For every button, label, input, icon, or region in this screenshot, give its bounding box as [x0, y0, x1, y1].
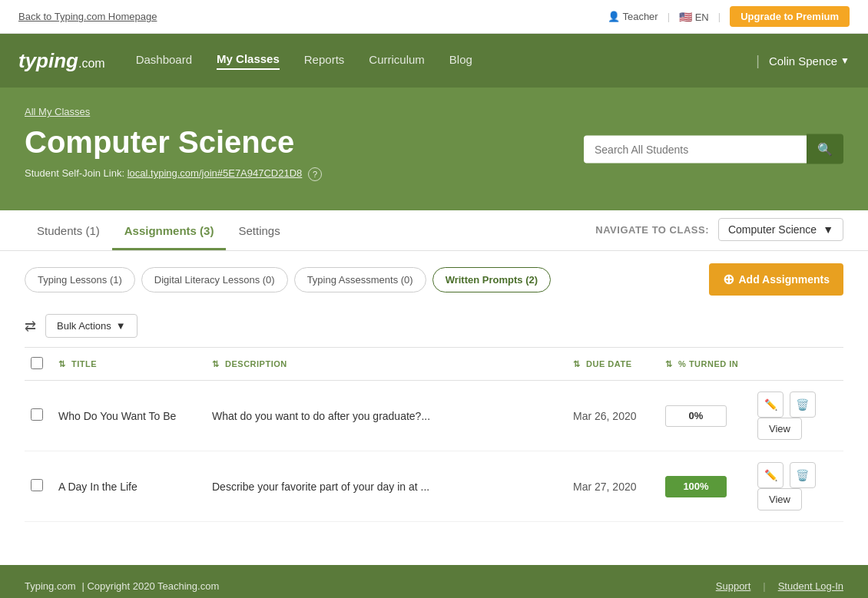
language-selector[interactable]: 🇺🇸 EN — [679, 11, 709, 23]
bulk-actions-button[interactable]: Bulk Actions ▼ — [45, 314, 137, 338]
student-join-link-section: Student Self-Join Link: local.typing.com… — [25, 167, 843, 181]
edit-button[interactable]: ✏️ — [757, 392, 784, 418]
divider-1: | — [668, 11, 670, 22]
tabs-right: NAVIGATE TO CLASS: Computer Science ▼ — [595, 218, 843, 250]
support-link[interactable]: Support — [716, 580, 751, 592]
class-selector-value: Computer Science — [728, 223, 817, 236]
sub-tab-digital-literacy[interactable]: Digital Literacy Lessons (0) — [141, 267, 288, 292]
footer: Typing.com | Copyright 2020 Teaching.com… — [0, 565, 868, 598]
user-name: Colin Spence — [769, 55, 837, 68]
breadcrumb-link[interactable]: All My Classes — [25, 106, 90, 117]
add-assignments-label: Add Assignments — [739, 273, 830, 286]
nav-my-classes[interactable]: My Classes — [217, 52, 280, 70]
breadcrumb: All My Classes — [25, 106, 843, 117]
flag-icon: 🇺🇸 — [679, 11, 692, 23]
nav-divider: | — [756, 53, 760, 69]
navigate-label: NAVIGATE TO CLASS: — [595, 224, 709, 236]
select-all-checkbox[interactable] — [31, 357, 43, 369]
row-title: A Day In the Life — [52, 451, 206, 522]
table-row: A Day In the Life Describe your favorite… — [25, 451, 843, 522]
row-checkbox-cell — [25, 381, 52, 451]
row-percent: 100% — [659, 451, 751, 522]
tabs-section: Students (1) Assignments (3) Settings NA… — [0, 210, 868, 251]
row-checkbox-cell — [25, 451, 52, 522]
footer-left: Typing.com | Copyright 2020 Teaching.com — [25, 580, 219, 592]
chevron-down-icon: ▼ — [823, 223, 833, 236]
row-actions: ✏️ 🗑️ View — [751, 451, 843, 522]
logo-typing: typing — [18, 49, 78, 73]
footer-copyright: | Copyright 2020 Teaching.com — [81, 580, 219, 592]
tab-assignments[interactable]: Assignments (3) — [112, 210, 227, 250]
chevron-down-icon: ▼ — [840, 55, 850, 66]
table-section: ⇄ Bulk Actions ▼ ⇅ TITLE ⇅ DESCRIPTION — [0, 296, 868, 534]
sort-icon: ⇅ — [573, 359, 581, 368]
join-label: Student Self-Join Link: — [25, 167, 124, 179]
sub-tab-written-prompts[interactable]: Written Prompts (2) — [432, 267, 551, 292]
due-date-column-header[interactable]: ⇅ DUE DATE — [567, 348, 659, 381]
divider-2: | — [718, 11, 721, 22]
row-checkbox[interactable] — [31, 408, 43, 421]
sort-icon: ⇅ — [58, 359, 66, 368]
nav-blog[interactable]: Blog — [449, 53, 472, 69]
row-percent: 0% — [659, 381, 751, 451]
delete-button[interactable]: 🗑️ — [790, 392, 816, 418]
back-to-homepage-link[interactable]: Back to Typing.com Homepage — [18, 11, 157, 22]
tab-students[interactable]: Students (1) — [25, 210, 112, 250]
description-column-header[interactable]: ⇅ DESCRIPTION — [206, 348, 567, 381]
plus-icon: ⊕ — [723, 271, 734, 288]
delete-button[interactable]: 🗑️ — [790, 462, 816, 488]
edit-button[interactable]: ✏️ — [757, 462, 784, 488]
logo-dotcom: .com — [78, 57, 105, 71]
table-row: Who Do You Want To Be What do you want t… — [25, 381, 843, 451]
main-nav: typing .com Dashboard My Classes Reports… — [0, 34, 868, 88]
tab-settings[interactable]: Settings — [226, 210, 292, 250]
percent-bar: 100% — [665, 476, 727, 497]
view-button[interactable]: View — [757, 488, 802, 510]
row-title: Who Do You Want To Be — [52, 381, 206, 451]
percent-bar: 0% — [665, 405, 727, 427]
row-due-date: Mar 26, 2020 — [567, 381, 659, 451]
row-description: What do you want to do after you graduat… — [206, 381, 567, 451]
bulk-actions-bar: ⇄ Bulk Actions ▼ — [25, 308, 843, 347]
select-all-header — [25, 348, 52, 381]
footer-right: Support | Student Log-In — [716, 580, 843, 592]
nav-curriculum[interactable]: Curriculum — [369, 53, 425, 69]
sub-tab-typing-lessons[interactable]: Typing Lessons (1) — [25, 267, 135, 292]
row-due-date: Mar 27, 2020 — [567, 451, 659, 522]
search-input[interactable] — [584, 135, 807, 163]
title-column-header[interactable]: ⇅ TITLE — [52, 348, 206, 381]
percent-column-header[interactable]: ⇅ % TURNED IN — [659, 348, 751, 381]
user-role: 👤 Teacher — [608, 11, 658, 22]
assignments-table: ⇅ TITLE ⇅ DESCRIPTION ⇅ DUE DATE ⇅ % TUR… — [25, 347, 843, 522]
student-login-link[interactable]: Student Log-In — [778, 580, 843, 592]
add-assignments-button[interactable]: ⊕ Add Assignments — [709, 263, 844, 296]
upgrade-button[interactable]: Upgrade to Premium — [730, 6, 850, 27]
sub-tab-typing-assessments[interactable]: Typing Assessments (0) — [294, 267, 426, 292]
user-menu[interactable]: Colin Spence ▼ — [769, 55, 850, 68]
view-button[interactable]: View — [757, 418, 802, 440]
row-description: Describe your favorite part of your day … — [206, 451, 567, 522]
row-checkbox[interactable] — [31, 479, 43, 491]
actions-column-header — [751, 348, 843, 381]
footer-brand: Typing.com — [25, 580, 75, 592]
logo[interactable]: typing .com — [18, 49, 105, 73]
sort-icon: ⇅ — [665, 359, 673, 368]
footer-divider: | — [763, 580, 765, 592]
hero-section: All My Classes Computer Science Student … — [0, 88, 868, 210]
class-selector[interactable]: Computer Science ▼ — [718, 218, 843, 241]
top-bar-right: 👤 Teacher | 🇺🇸 EN | Upgrade to Premium — [608, 6, 850, 27]
row-actions: ✏️ 🗑️ View — [751, 381, 843, 451]
hero-search: 🔍 — [584, 134, 843, 164]
tabs-left: Students (1) Assignments (3) Settings — [25, 210, 293, 250]
sub-tabs: Typing Lessons (1) Digital Literacy Less… — [25, 267, 551, 292]
join-link[interactable]: local.typing.com/join#5E7A947CD21D8 — [128, 167, 303, 179]
sub-tabs-section: Typing Lessons (1) Digital Literacy Less… — [0, 251, 868, 296]
bulk-actions-label: Bulk Actions — [57, 320, 111, 332]
search-button[interactable]: 🔍 — [807, 134, 843, 164]
shuffle-icon[interactable]: ⇄ — [25, 318, 36, 335]
top-bar: Back to Typing.com Homepage 👤 Teacher | … — [0, 0, 868, 34]
nav-reports[interactable]: Reports — [304, 53, 345, 69]
sort-icon: ⇅ — [212, 359, 220, 368]
nav-dashboard[interactable]: Dashboard — [136, 53, 192, 69]
help-icon[interactable]: ? — [308, 167, 322, 181]
